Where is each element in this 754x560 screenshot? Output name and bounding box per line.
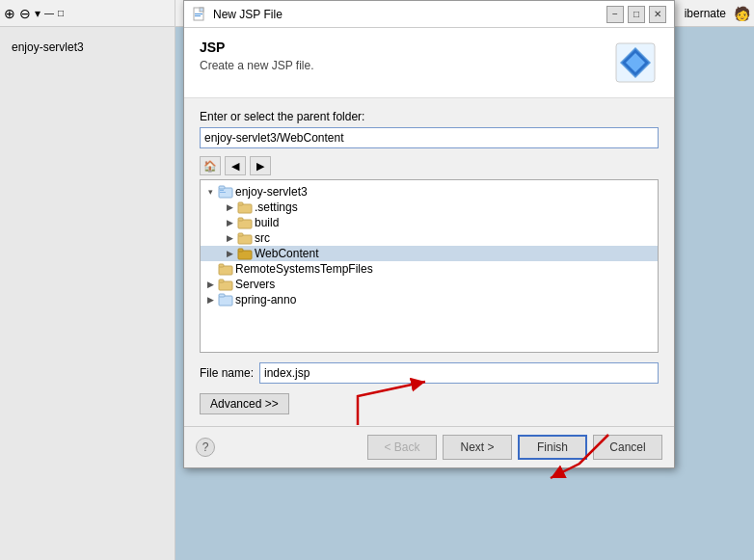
tree-toggle-src: ▶: [224, 232, 235, 244]
folder-icon-build: [237, 216, 253, 229]
dialog-description: Create a new JSP file.: [200, 59, 314, 72]
titlebar-left: New JSP File: [192, 7, 283, 22]
footer-left: ?: [196, 438, 215, 457]
toolbar-icon-5: □: [58, 8, 64, 18]
advanced-button[interactable]: Advanced >>: [200, 393, 289, 414]
tree-toggle-spring: ▶: [204, 294, 216, 306]
sidebar-toolbar: ⊕ ⊖ ▾ — □: [0, 0, 175, 27]
dialog-header: JSP Create a new JSP file.: [184, 28, 674, 98]
filename-input[interactable]: [259, 362, 659, 384]
tree-item-spring-anno[interactable]: ▶ spring-anno: [201, 292, 658, 307]
dialog-body: Enter or select the parent folder: 🏠 ◀ ▶…: [184, 98, 674, 426]
tree-label-enjoy-servlet3: enjoy-servlet3: [235, 185, 308, 199]
tree-label-spring: spring-anno: [235, 293, 296, 307]
close-button[interactable]: ✕: [649, 6, 666, 23]
cancel-button[interactable]: Cancel: [593, 435, 662, 460]
toolbar-icon-2: ⊖: [19, 6, 31, 21]
svg-rect-13: [238, 202, 243, 205]
dialog-title: New JSP File: [213, 8, 283, 21]
svg-rect-3: [195, 15, 201, 16]
tree-forward-button[interactable]: ▶: [250, 156, 271, 175]
tree-toggle-remote: [204, 263, 216, 275]
svg-rect-10: [220, 190, 224, 191]
folder-icon-servers: [218, 278, 233, 291]
tree-label-settings: .settings: [255, 200, 298, 214]
tree-item-src[interactable]: ▶ src: [201, 230, 658, 246]
title-icon: [192, 7, 207, 22]
svg-rect-9: [219, 186, 225, 189]
svg-rect-17: [238, 233, 243, 236]
toolbar-icon-3: ▾: [35, 7, 40, 20]
tree-back-button[interactable]: ◀: [225, 156, 246, 175]
svg-rect-21: [219, 264, 224, 267]
svg-rect-25: [219, 294, 225, 297]
tree-label-webcontent: WebContent: [255, 247, 319, 260]
tree-label-servers: Servers: [235, 278, 275, 291]
svg-rect-11: [220, 192, 226, 193]
help-button[interactable]: ?: [196, 438, 215, 457]
tree-toggle-servers: ▶: [204, 279, 216, 290]
tree-toggle-webcontent: ▶: [224, 248, 235, 259]
back-button[interactable]: < Back: [367, 435, 437, 460]
titlebar-controls[interactable]: − □ ✕: [606, 6, 666, 23]
footer-right: < Back Next > Finish Cancel: [367, 435, 662, 460]
jsp-diamond-icon: [612, 40, 659, 86]
toolbar-icon-4: —: [44, 8, 54, 18]
tree-item-remotesystems[interactable]: RemoteSystemsTempFiles: [201, 261, 658, 277]
maximize-button[interactable]: □: [628, 6, 645, 23]
filename-row: File name:: [200, 362, 659, 384]
finish-button[interactable]: Finish: [518, 435, 587, 460]
dialog-titlebar: New JSP File − □ ✕: [184, 1, 674, 28]
tree-item-webcontent[interactable]: ▶ WebContent: [201, 246, 658, 261]
dialog-header-icon: [612, 40, 659, 86]
sidebar: ⊕ ⊖ ▾ — □ enjoy-servlet3: [0, 0, 175, 560]
dialog-overlay: New JSP File − □ ✕ JSP Create a new JSP …: [175, 0, 754, 560]
next-button[interactable]: Next >: [443, 435, 512, 460]
svg-rect-1: [200, 8, 203, 12]
svg-rect-15: [238, 218, 243, 221]
project-icon-spring: [218, 293, 233, 307]
dialog-header-text: JSP Create a new JSP file.: [200, 40, 314, 72]
tree-home-button[interactable]: 🏠: [200, 156, 221, 175]
folder-icon-settings: [237, 200, 253, 214]
tree-toggle-enjoy: ▾: [204, 186, 216, 198]
tree-item-servers[interactable]: ▶ Servers: [201, 277, 658, 292]
tree-item-enjoy-servlet3[interactable]: ▾ enjoy-servlet3: [201, 184, 658, 200]
new-jsp-dialog: New JSP File − □ ✕ JSP Create a new JSP …: [183, 0, 675, 468]
svg-rect-19: [238, 249, 243, 252]
tree-toggle-settings: ▶: [224, 201, 235, 213]
filename-label: File name:: [200, 366, 254, 380]
sidebar-content: enjoy-servlet3: [0, 27, 175, 67]
tree-toolbar: 🏠 ◀ ▶: [200, 156, 659, 175]
folder-icon-remote: [218, 262, 233, 276]
dialog-footer: ? < Back Next > Finish Cancel: [184, 426, 674, 467]
tree-label-remote: RemoteSystemsTempFiles: [235, 262, 373, 276]
tree-label-build: build: [255, 216, 279, 229]
project-icon: [218, 185, 233, 199]
folder-icon-webcontent: [237, 247, 253, 260]
folder-label: Enter or select the parent folder:: [200, 110, 659, 123]
minimize-button[interactable]: −: [606, 6, 624, 23]
folder-icon-src: [237, 231, 253, 245]
tree-item-settings[interactable]: ▶ .settings: [201, 200, 658, 215]
sidebar-project-name: enjoy-servlet3: [8, 35, 167, 60]
dialog-type-label: JSP: [200, 40, 314, 55]
toolbar-icon-1: ⊕: [4, 6, 15, 21]
tree-item-build[interactable]: ▶ build: [201, 215, 658, 230]
svg-rect-2: [195, 13, 202, 14]
svg-rect-23: [219, 280, 224, 282]
tree-label-src: src: [255, 231, 270, 245]
tree-toggle-build: ▶: [224, 217, 235, 228]
tree-container[interactable]: ▾ enjoy-servlet3 ▶ .s: [200, 179, 659, 353]
folder-input[interactable]: [200, 127, 659, 148]
